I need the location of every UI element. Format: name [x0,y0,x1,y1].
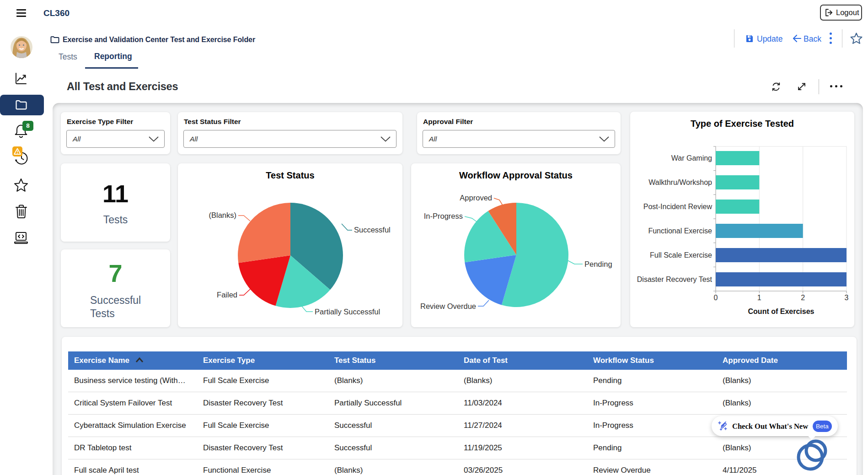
svg-text:Approved: Approved [460,194,492,202]
svg-text:2: 2 [801,294,805,302]
svg-text:1: 1 [757,294,761,302]
svg-text:Post-Incident Review: Post-Incident Review [643,203,713,211]
svg-text:Partially Successful: Partially Successful [315,308,380,316]
svg-text:Count of Exercises: Count of Exercises [748,308,814,315]
svg-text:Failed: Failed [217,291,237,299]
svg-text:Disaster Recovery Test: Disaster Recovery Test [637,275,713,283]
svg-text:War Gaming: War Gaming [671,154,712,162]
svg-text:Functional Exercise: Functional Exercise [648,227,712,235]
svg-text:Walkthru/Workshop: Walkthru/Workshop [648,178,712,186]
svg-text:Full Scale Exercise: Full Scale Exercise [650,251,712,259]
svg-text:Pending: Pending [584,260,612,268]
svg-text:Review Overdue: Review Overdue [420,302,476,310]
svg-text:3: 3 [845,294,849,302]
svg-text:Successful: Successful [354,226,391,234]
svg-text:In-Progress: In-Progress [424,212,463,220]
svg-text:0: 0 [714,294,718,302]
svg-text:(Blanks): (Blanks) [209,211,236,219]
